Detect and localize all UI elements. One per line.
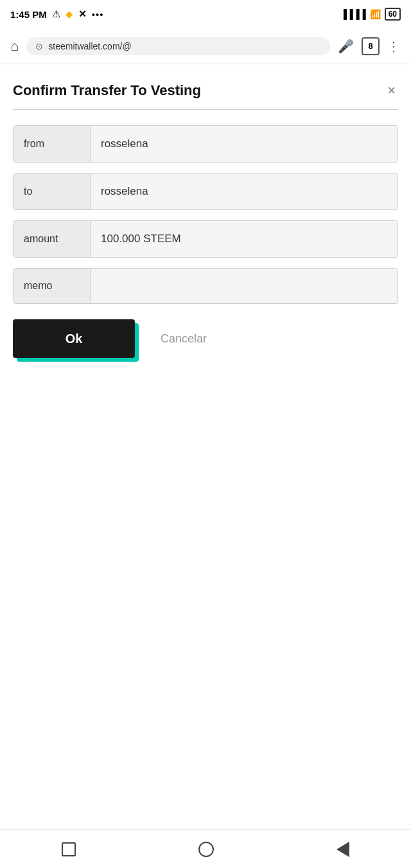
memo-row: memo <box>13 268 398 304</box>
memo-value <box>91 269 398 303</box>
cancel-button[interactable]: Cancelar <box>161 332 207 346</box>
status-left: 1:45 PM ⚠ ◆ ✕ ••• <box>10 8 103 20</box>
signal-icon: ▐▐▐▐ <box>340 9 366 19</box>
memo-label: memo <box>13 269 91 303</box>
more-dots-icon: ••• <box>92 9 104 20</box>
url-profile-icon: ⊙ <box>35 41 43 51</box>
microphone-icon[interactable]: 🎤 <box>338 39 354 54</box>
from-row: from rosselena <box>13 125 398 163</box>
x-icon: ✕ <box>78 8 87 20</box>
from-label: from <box>13 126 91 162</box>
nav-bar <box>0 829 411 868</box>
url-text: steemitwallet.com/@ <box>48 41 131 51</box>
nav-recent-apps-button[interactable] <box>62 842 76 856</box>
nav-home-button[interactable] <box>198 842 214 857</box>
ok-button-wrapper: Ok <box>13 319 135 358</box>
browser-bar: ⌂ ⊙ steemitwallet.com/@ 🎤 8 ⋮ <box>0 28 411 64</box>
binance-icon: ◆ <box>66 8 73 20</box>
ok-button[interactable]: Ok <box>13 319 135 358</box>
to-row: to rosselena <box>13 173 398 210</box>
close-button[interactable]: × <box>385 80 398 102</box>
nav-back-button[interactable] <box>337 842 349 857</box>
tabs-button[interactable]: 8 <box>362 37 380 55</box>
amount-row: amount 100.000 STEEM <box>13 220 398 258</box>
button-row: Ok Cancelar <box>13 319 398 358</box>
amount-label: amount <box>13 221 91 257</box>
dialog-header: Confirm Transfer To Vesting × <box>13 80 398 102</box>
to-value: rosselena <box>91 173 398 209</box>
url-bar[interactable]: ⊙ steemitwallet.com/@ <box>26 37 330 55</box>
battery-indicator: 60 <box>385 8 401 21</box>
amount-value: 100.000 STEEM <box>91 221 398 257</box>
wifi-icon: 📶 <box>370 9 381 19</box>
more-menu-icon[interactable]: ⋮ <box>387 39 401 54</box>
warning-icon: ⚠ <box>52 8 60 20</box>
status-bar: 1:45 PM ⚠ ◆ ✕ ••• ▐▐▐▐ 📶 60 <box>0 0 411 28</box>
page-content: Confirm Transfer To Vesting × from rosse… <box>0 64 411 829</box>
status-right: ▐▐▐▐ 📶 60 <box>340 8 401 21</box>
divider <box>13 109 398 110</box>
status-time: 1:45 PM <box>10 9 47 20</box>
from-value: rosselena <box>91 126 398 162</box>
to-label: to <box>13 173 91 209</box>
dialog-title: Confirm Transfer To Vesting <box>13 82 201 99</box>
home-icon[interactable]: ⌂ <box>10 38 19 55</box>
